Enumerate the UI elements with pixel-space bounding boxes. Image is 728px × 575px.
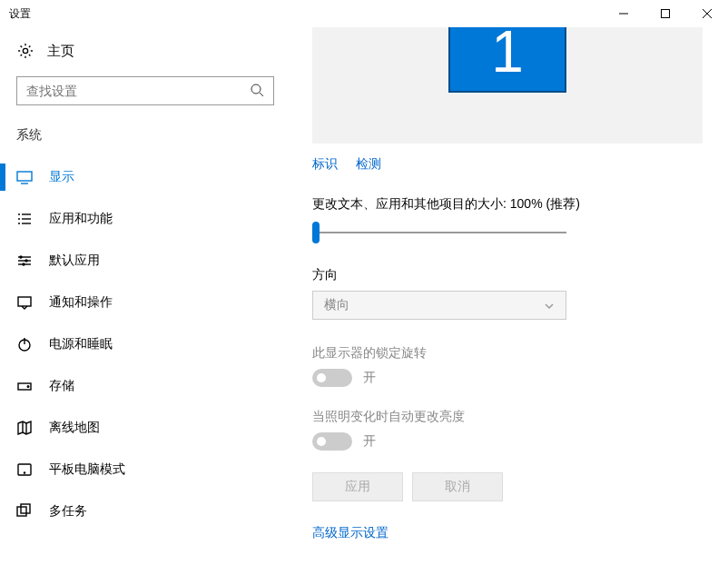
monitor-1[interactable]: 1 (448, 27, 566, 93)
cancel-button[interactable]: 取消 (412, 472, 503, 501)
nav-label: 显示 (49, 169, 74, 185)
advanced-display-link[interactable]: 高级显示设置 (312, 525, 703, 541)
brightness-label: 当照明变化时自动更改亮度 (312, 409, 703, 425)
multitask-icon (16, 503, 33, 520)
svg-rect-31 (21, 504, 30, 513)
toggle-knob (317, 373, 326, 382)
nav-tablet[interactable]: 平板电脑模式 (0, 449, 290, 491)
tablet-icon (16, 461, 33, 478)
nav-label: 多任务 (49, 503, 87, 520)
search-icon (250, 83, 264, 100)
lock-rotation-toggle[interactable] (312, 369, 352, 387)
svg-rect-21 (18, 297, 31, 306)
detect-link[interactable]: 检测 (356, 156, 381, 173)
brightness-state: 开 (363, 433, 376, 450)
sidebar-heading: 系统 (0, 127, 290, 156)
svg-point-4 (23, 48, 27, 53)
chevron-down-icon (544, 300, 555, 311)
nav-storage[interactable]: 存储 (0, 365, 290, 407)
nav-label: 平板电脑模式 (49, 461, 125, 478)
apply-label: 应用 (345, 479, 370, 495)
scale-label: 更改文本、应用和其他项目的大小: 100% (推荐) (312, 196, 703, 213)
svg-rect-30 (17, 507, 26, 516)
orientation-select[interactable]: 横向 (312, 291, 566, 320)
nav-display[interactable]: 显示 (0, 156, 290, 198)
svg-point-25 (27, 386, 29, 388)
nav-label: 存储 (49, 378, 74, 394)
window-controls (603, 0, 728, 27)
nav-apps[interactable]: 应用和功能 (0, 198, 290, 240)
svg-rect-1 (662, 10, 670, 18)
nav-label: 应用和功能 (49, 211, 113, 227)
maximize-button[interactable] (644, 0, 686, 27)
svg-point-19 (25, 260, 27, 262)
svg-rect-7 (17, 172, 32, 181)
brightness-toggle[interactable] (312, 432, 352, 451)
notification-icon (16, 294, 33, 311)
nav-label: 电源和睡眠 (49, 336, 113, 352)
minimize-button[interactable] (603, 0, 644, 27)
titlebar: 设置 (0, 0, 728, 27)
svg-point-29 (24, 472, 25, 473)
search-input[interactable] (26, 84, 250, 98)
home-label: 主页 (47, 43, 74, 60)
nav-list: 显示 应用和功能 默认应用 通知和操作 (0, 156, 290, 532)
nav-multitask[interactable]: 多任务 (0, 491, 290, 532)
window-title: 设置 (9, 6, 31, 22)
slider-thumb[interactable] (312, 222, 320, 243)
nav-default-apps[interactable]: 默认应用 (0, 240, 290, 282)
orientation-heading: 方向 (312, 267, 703, 283)
search-box[interactable] (16, 76, 274, 105)
list-icon (16, 211, 33, 227)
apply-button[interactable]: 应用 (312, 472, 403, 501)
toggle-knob (317, 437, 326, 446)
storage-icon (16, 378, 33, 394)
sidebar: 主页 系统 显示 应用和功能 (0, 27, 290, 575)
map-icon (16, 420, 33, 436)
monitor-preview[interactable]: 1 (312, 27, 703, 144)
nav-notifications[interactable]: 通知和操作 (0, 282, 290, 323)
svg-point-18 (20, 256, 22, 258)
main-panel: 1 标识 检测 更改文本、应用和其他项目的大小: 100% (推荐) 方向 横向… (290, 27, 728, 575)
nav-maps[interactable]: 离线地图 (0, 407, 290, 449)
lock-rotation-state: 开 (363, 370, 376, 386)
monitor-icon (16, 169, 33, 185)
nav-label: 通知和操作 (49, 294, 113, 311)
cancel-label: 取消 (445, 479, 470, 495)
gear-icon (16, 42, 34, 60)
orientation-value: 横向 (324, 297, 349, 313)
home-nav[interactable]: 主页 (0, 27, 290, 76)
nav-label: 离线地图 (49, 420, 100, 436)
svg-point-5 (251, 84, 261, 94)
monitor-number: 1 (491, 27, 524, 85)
nav-label: 默认应用 (49, 253, 100, 269)
svg-point-20 (23, 263, 25, 265)
scale-slider[interactable] (312, 222, 566, 243)
lock-rotation-label: 此显示器的锁定旋转 (312, 345, 703, 362)
nav-power[interactable]: 电源和睡眠 (0, 323, 290, 365)
identify-link[interactable]: 标识 (312, 156, 338, 173)
slider-track (312, 232, 566, 233)
power-icon (16, 336, 33, 352)
defaults-icon (16, 253, 33, 269)
svg-line-6 (260, 93, 263, 96)
close-button[interactable] (686, 0, 728, 27)
